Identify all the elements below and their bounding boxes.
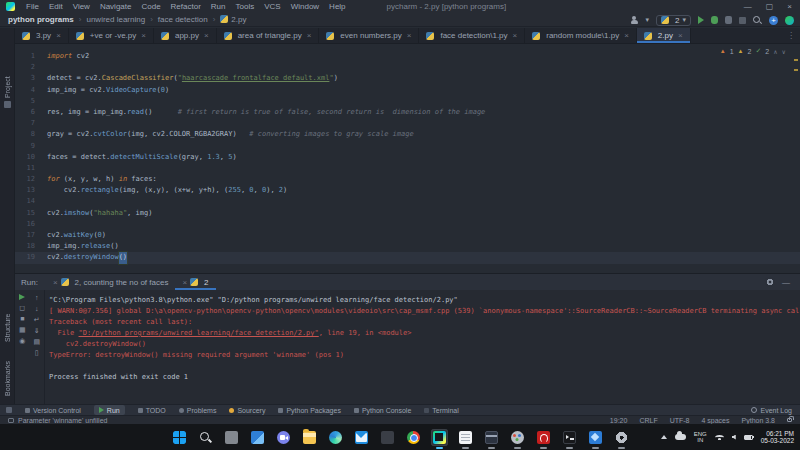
layout-icon[interactable]: ▦ — [19, 326, 26, 333]
wifi-icon[interactable] — [715, 435, 724, 440]
pin-icon[interactable]: ◉ — [19, 337, 25, 344]
taskbar-chat-icon[interactable] — [275, 429, 292, 446]
toolwindow-button-packages[interactable]: Python Packages — [278, 407, 340, 414]
code-line[interactable]: 9 — [15, 141, 800, 152]
tab-close-icon[interactable]: × — [407, 31, 412, 40]
tab-close-icon[interactable]: × — [513, 31, 518, 40]
taskbar-chrome-icon[interactable] — [405, 429, 422, 446]
editor-tab[interactable]: face detection\1.py× — [419, 28, 525, 43]
tab-close-icon[interactable]: × — [141, 31, 146, 40]
rerun-icon[interactable] — [19, 294, 25, 300]
debug-button[interactable] — [711, 16, 718, 24]
run-config-selector[interactable]: 2 ▾ — [656, 15, 691, 26]
wrench-icon[interactable]: ◻ — [19, 304, 25, 311]
stop-button[interactable] — [739, 17, 746, 24]
scroll-end-icon[interactable]: ⇓ — [34, 327, 40, 334]
editor-tab[interactable]: even numbers.py× — [319, 28, 419, 43]
toolwindow-button-run[interactable]: Run — [94, 405, 125, 415]
toolwindow-button-problems[interactable]: Problems — [179, 407, 217, 414]
toolwindow-button-terminal[interactable]: Terminal — [424, 407, 458, 414]
breadcrumb-item[interactable]: python programs — [8, 15, 74, 24]
tab-close-icon[interactable]: × — [53, 278, 58, 287]
prev-issue-icon[interactable]: ∧ — [773, 48, 777, 55]
inspection-widget[interactable]: ▲1 ▲2 ✓2 ∧ ∨ — [720, 47, 786, 55]
editor-tab[interactable]: random module\1.py× — [525, 28, 637, 43]
code-line[interactable]: 2 — [15, 62, 800, 73]
menu-item[interactable]: Code — [136, 2, 165, 11]
user-icon[interactable] — [630, 16, 639, 25]
code-line[interactable]: 6res, img = imp_img.read() # first retur… — [15, 107, 800, 118]
code-editor[interactable]: 1import cv223detect = cv2.CascadeClassif… — [15, 45, 800, 273]
code-line[interactable]: 13 cv2.rectangle(img, (x,y), (x+w, y+h),… — [15, 185, 800, 196]
breadcrumb-item[interactable]: 2.py — [220, 15, 246, 24]
soft-wrap-icon[interactable]: ↵ — [34, 316, 40, 323]
menu-item[interactable]: Window — [286, 2, 324, 11]
code-line[interactable]: 17cv2.waitKey(0) — [15, 230, 800, 241]
minimize-icon[interactable]: — — [744, 2, 752, 11]
run-tab[interactable]: ×2, counting the no of faces — [46, 274, 176, 290]
menu-item[interactable]: Edit — [44, 2, 68, 11]
indent-setting[interactable]: 4 spaces — [702, 417, 730, 424]
taskbar-settings-icon[interactable] — [613, 429, 630, 446]
code-line[interactable]: 14 — [15, 196, 800, 207]
code-line[interactable]: 8gray = cv2.cvtColor(img, cv2.COLOR_RGBA… — [15, 129, 800, 140]
sidebar-item-structure[interactable]: Structure — [0, 296, 15, 342]
tab-overflow-icon[interactable]: ⋮ — [787, 28, 800, 43]
code-line[interactable]: 15cv2.imshow("hahaha", img) — [15, 208, 800, 219]
caret-position[interactable]: 19:20 — [610, 417, 628, 424]
code-line[interactable]: 18imp_img.release() — [15, 241, 800, 252]
editor-tab[interactable]: 2.py× — [637, 28, 691, 43]
taskbar-appdark-icon[interactable] — [379, 429, 396, 446]
menu-item[interactable]: Help — [324, 2, 350, 11]
menu-item[interactable]: Navigate — [95, 2, 137, 11]
print-icon[interactable]: ▤ — [33, 338, 40, 345]
code-line[interactable]: 12for (x, y, w, h) in faces: — [15, 174, 800, 185]
run-tab[interactable]: ×2 — [175, 274, 215, 290]
menu-item[interactable]: View — [68, 2, 95, 11]
tab-close-icon[interactable]: × — [678, 31, 683, 40]
language-indicator[interactable]: ENGIN — [694, 431, 707, 444]
taskbar-pycharm-icon[interactable] — [431, 429, 448, 446]
notifications-icon[interactable] — [785, 16, 794, 25]
coverage-button[interactable] — [725, 16, 732, 24]
clock[interactable]: 06:21 PM05-03-2022 — [761, 430, 794, 445]
toolwindow-button-vcs[interactable]: Version Control — [25, 407, 81, 414]
scrollbar-marks[interactable] — [794, 59, 798, 79]
code-line[interactable]: 11 — [15, 163, 800, 174]
menu-item[interactable]: Tools — [231, 2, 260, 11]
toolwindow-button-sourcery[interactable]: Sourcery — [229, 407, 265, 414]
menu-item[interactable]: VCS — [259, 2, 285, 11]
editor-tab[interactable]: area of triangle.py× — [217, 28, 320, 43]
taskbar-acrobat-icon[interactable] — [535, 429, 552, 446]
battery-icon[interactable] — [744, 435, 753, 440]
code-line[interactable]: 4imp_img = cv2.VideoCapture(0) — [15, 85, 800, 96]
taskbar-edge-icon[interactable] — [327, 429, 344, 446]
tab-close-icon[interactable]: × — [204, 31, 209, 40]
tab-close-icon[interactable]: × — [624, 31, 629, 40]
breadcrumb-item[interactable]: face detection — [158, 15, 208, 24]
menu-item[interactable]: File — [21, 2, 44, 11]
code-line[interactable]: 19cv2.destroyWindow() — [15, 252, 800, 263]
stop-icon[interactable]: ■ — [20, 315, 24, 322]
code-line[interactable]: 5 — [15, 96, 800, 107]
breadcrumb-item[interactable]: unwired learning — [86, 15, 145, 24]
volume-icon[interactable] — [732, 435, 736, 440]
sidebar-item-project[interactable]: Project — [0, 62, 15, 108]
tool-windows-icon[interactable] — [6, 407, 12, 413]
code-line[interactable]: 10faces = detect.detectMultiScale(gray, … — [15, 152, 800, 163]
editor-tab[interactable]: 3.py× — [15, 28, 69, 43]
taskbar-terminal-icon[interactable] — [561, 429, 578, 446]
taskbar-start-icon[interactable] — [171, 429, 188, 446]
toolwindow-button-pyconsole[interactable]: Python Console — [354, 407, 411, 414]
status-message[interactable]: Parameter 'winname' unfilled — [18, 417, 107, 424]
sidebar-item-bookmarks[interactable]: Bookmarks — [0, 344, 15, 396]
onedrive-icon[interactable] — [675, 434, 686, 440]
taskbar-search-icon[interactable] — [197, 429, 214, 446]
taskbar-card-icon[interactable] — [483, 429, 500, 446]
taskbar-explorer-icon[interactable] — [301, 429, 318, 446]
taskbar-widgets-icon[interactable] — [249, 429, 266, 446]
code-line[interactable]: 1import cv2 — [15, 51, 800, 62]
chevron-down-icon[interactable]: ▾ — [646, 16, 650, 24]
lock-icon[interactable] — [787, 418, 792, 422]
code-line[interactable]: 16 — [15, 219, 800, 230]
